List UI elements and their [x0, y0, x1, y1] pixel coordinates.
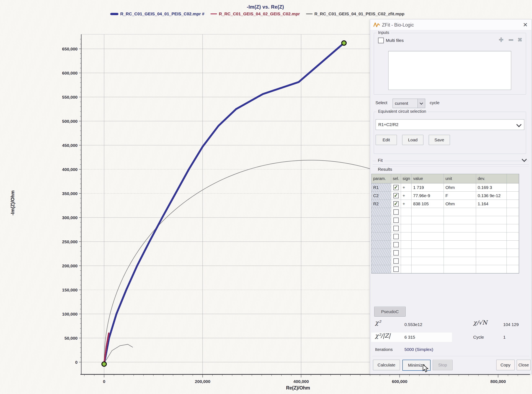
y-tick-label: 50,000 [65, 336, 77, 341]
circuit-group: Equivalent circuit selection R1+C2/R2 Ed… [374, 112, 526, 154]
results-cell [507, 249, 519, 257]
param-checkbox[interactable] [393, 250, 399, 255]
x-tick-label: 200,000 [195, 379, 210, 384]
results-cell [444, 257, 476, 265]
x-tick-label: 800,000 [490, 379, 506, 384]
results-cell: R2 [372, 200, 391, 208]
x-axis-label: Re(Z)/Ohm [261, 385, 335, 391]
sel-cell [391, 241, 401, 249]
start-marker [102, 362, 106, 366]
results-row: R2✓+838 105Ohm1.164 [372, 200, 519, 208]
results-cell: 0.136 9e-12 [476, 192, 507, 200]
results-cell [412, 265, 444, 273]
sel-cell: ✓ [391, 192, 401, 200]
close-icon[interactable]: ✕ [523, 21, 528, 28]
results-cell: 838 105 [412, 200, 444, 208]
inputs-group-label: Inputs [376, 30, 391, 35]
y-tick-label: 400,000 [62, 167, 77, 172]
results-cell [412, 249, 444, 257]
results-row [372, 249, 519, 257]
divider [373, 161, 529, 161]
param-checkbox[interactable] [393, 218, 399, 223]
add-file-icon[interactable]: ✚ [499, 37, 503, 43]
fit-section-label: Fit [376, 158, 384, 163]
dialog-titlebar[interactable]: ZFit - Bio-Logic ✕ [370, 19, 531, 30]
results-cell [507, 216, 519, 224]
sel-cell [391, 216, 401, 224]
cycle-select[interactable]: current [393, 99, 425, 108]
param-checkbox[interactable] [393, 234, 399, 239]
param-selected-checkbox[interactable]: ✓ [393, 185, 399, 190]
results-cell [507, 224, 519, 233]
cycle-label: cycle [430, 100, 440, 105]
results-table: param.sel.signvalueunitdev.R1✓+1 719Ohm0… [371, 174, 519, 274]
sel-cell: ✓ [391, 200, 401, 208]
results-cell [444, 249, 476, 257]
circuit-combobox[interactable]: R1+C2/R2 [376, 119, 524, 130]
param-checkbox[interactable] [393, 258, 399, 264]
results-cell [401, 224, 412, 233]
results-cell: 0.169 3 [476, 183, 507, 192]
fit-expand-chevron-icon[interactable] [522, 157, 527, 162]
calculate-button[interactable]: Calculate [373, 360, 400, 370]
chevron-down-icon[interactable] [418, 99, 425, 108]
results-cell [401, 233, 412, 241]
y-tick-label: 550,000 [62, 95, 77, 99]
end-marker [342, 41, 346, 45]
results-cell: R1 [372, 183, 391, 192]
x-tick-label: 600,000 [392, 379, 408, 384]
chi2-label: χ² [375, 319, 381, 326]
results-row [372, 208, 519, 216]
results-cell [372, 265, 391, 273]
param-selected-checkbox[interactable]: ✓ [393, 193, 399, 198]
inputs-group: Inputs Multi files ✚ ▬ ✖ [374, 33, 526, 95]
results-cell [507, 265, 519, 273]
results-cell: F [444, 192, 476, 200]
results-cell: + [401, 200, 412, 208]
copy-button[interactable]: Copy [496, 360, 515, 370]
sel-cell [391, 233, 401, 241]
divider [372, 356, 529, 356]
results-cell [476, 216, 507, 224]
y-tick-label: 150,000 [62, 288, 77, 292]
legend-label: R_RC_C01_GEIS_04_01_PEIS_C02.mpr # [120, 11, 204, 16]
sel-cell [391, 249, 401, 257]
results-cell [507, 200, 519, 208]
results-cell [476, 233, 507, 241]
zfit-app-icon [373, 22, 380, 28]
results-column-header: unit [444, 174, 476, 183]
results-cell [401, 216, 412, 224]
results-cell [476, 265, 507, 273]
results-row [372, 265, 519, 273]
param-checkbox[interactable] [393, 226, 399, 231]
results-column-header [507, 174, 519, 183]
files-listbox[interactable] [388, 51, 511, 90]
y-tick-label: 350,000 [62, 191, 77, 196]
chart-legend: R_RC_C01_GEIS_04_01_PEIS_C02.mpr #R_RC_C… [110, 11, 404, 16]
results-cell [372, 257, 391, 265]
y-tick-label: 0 [75, 360, 77, 365]
param-selected-checkbox[interactable]: ✓ [393, 201, 399, 207]
results-row [372, 233, 519, 241]
close-button[interactable]: Close [517, 360, 531, 370]
results-cell [444, 224, 476, 233]
stop-button[interactable]: Stop [433, 360, 453, 370]
results-row: R1✓+1 719Ohm0.169 3 [372, 183, 519, 192]
multi-files-checkbox[interactable] [378, 38, 384, 43]
results-cell [372, 216, 391, 224]
results-row [372, 224, 519, 233]
sel-cell [391, 224, 401, 233]
legend-item: R_RC_C01_GEIS_04_01_PEIS_C02_zfit.mpp [306, 11, 404, 16]
clear-files-icon[interactable]: ✖ [517, 37, 522, 43]
results-cell [476, 249, 507, 257]
results-column-header: value [412, 174, 444, 183]
edit-button[interactable]: Edit [376, 135, 397, 145]
results-cell [507, 233, 519, 241]
pseudoc-button[interactable]: PseudoC [374, 306, 406, 316]
save-button[interactable]: Save [429, 135, 450, 145]
param-checkbox[interactable] [393, 209, 399, 215]
param-checkbox[interactable] [393, 267, 399, 272]
param-checkbox[interactable] [393, 242, 399, 247]
load-button[interactable]: Load [402, 135, 423, 145]
remove-file-icon[interactable]: ▬ [509, 37, 513, 42]
